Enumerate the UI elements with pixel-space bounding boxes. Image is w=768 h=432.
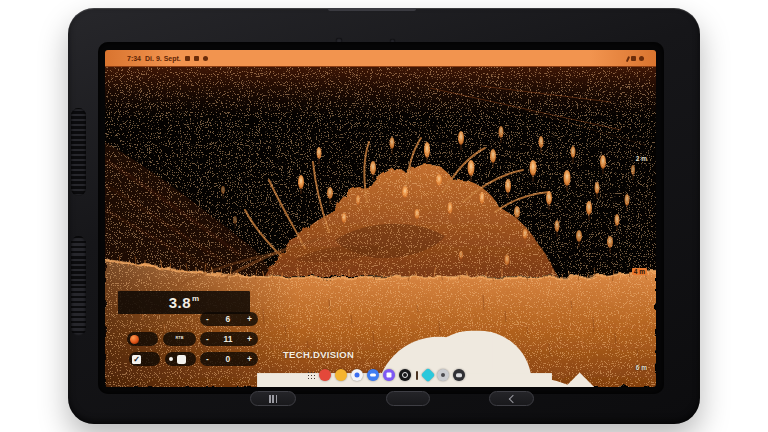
palette-selector[interactable] [127, 332, 158, 346]
app-icon-browser[interactable] [351, 369, 363, 381]
sonar-display[interactable]: 7:34 Di. 9. Sept. 2 m 4 m 6 m 3.8 m [105, 50, 656, 387]
watermark: TECH.DVISION [283, 349, 354, 360]
notification-icon [194, 56, 199, 61]
app-icon-red[interactable] [319, 369, 331, 381]
depth-marker-2m: 2 m [636, 155, 647, 162]
depth-readout: 3.8 m [118, 291, 250, 314]
top-edge-button[interactable] [328, 8, 416, 11]
app-icon-store[interactable] [383, 369, 395, 381]
depth-marker-4m: 4 m [632, 268, 647, 275]
taskbar-divider [416, 371, 418, 380]
app-icon-gem[interactable] [420, 368, 434, 382]
wifi-icon [631, 56, 636, 61]
notification-icon [203, 56, 208, 61]
recents-icon [269, 395, 278, 403]
taskbar [307, 368, 465, 382]
white-swatch[interactable] [177, 355, 186, 364]
home-button[interactable] [386, 391, 430, 406]
left-grip-texture [71, 236, 86, 336]
clock: 7:34 [127, 55, 141, 62]
depth-value: 3.8 [169, 294, 191, 311]
app-icon-settings[interactable] [437, 369, 449, 381]
pen-icon [625, 55, 629, 61]
app-icon-yellow[interactable] [335, 369, 347, 381]
dot-icon [169, 357, 173, 361]
status-bar-right [627, 50, 645, 67]
back-button[interactable] [489, 391, 534, 406]
back-chevron-icon [508, 394, 516, 402]
notification-icon [185, 56, 190, 61]
keyboard-icon[interactable] [453, 369, 465, 381]
battery-icon [639, 56, 644, 61]
app-icon-camera[interactable] [399, 369, 411, 381]
app-icon-blue[interactable] [367, 369, 379, 381]
depth-unit: m [192, 294, 199, 303]
view-mode-selector[interactable]: RTB [163, 332, 196, 346]
gain-adjuster: - 6 + [200, 312, 258, 326]
app-drawer-icon[interactable] [307, 371, 315, 379]
rtb-target-icon[interactable]: RTB [176, 337, 184, 341]
rugged-tablet-body: 7:34 Di. 9. Sept. 2 m 4 m 6 m 3.8 m [68, 8, 700, 424]
status-bar: 7:34 Di. 9. Sept. [105, 50, 656, 67]
date: Di. 9. Sept. [145, 55, 181, 62]
bottom-color-toggle[interactable] [165, 352, 196, 366]
stage: 7:34 Di. 9. Sept. 2 m 4 m 6 m 3.8 m [0, 0, 768, 432]
recents-button[interactable] [250, 391, 296, 406]
left-grip-texture [71, 108, 86, 196]
grid-toggle[interactable]: ✓ [129, 352, 160, 366]
